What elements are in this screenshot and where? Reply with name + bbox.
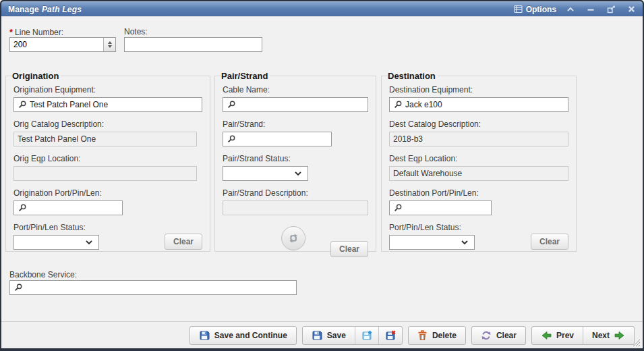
search-icon	[227, 134, 236, 144]
dest-catalog-input	[389, 132, 568, 146]
orig-location-input	[13, 166, 197, 181]
dest-location-input	[389, 166, 568, 181]
popout-icon	[607, 5, 616, 14]
orig-port-input[interactable]	[27, 202, 122, 214]
save-and-new-button[interactable]	[355, 327, 378, 344]
save-icon	[312, 330, 322, 341]
save-icon	[199, 330, 210, 341]
dest-port-field	[389, 200, 492, 215]
title-emphasis: Path Legs	[42, 5, 82, 14]
page-title: ManagePath Legs	[8, 5, 82, 14]
dest-port-input[interactable]	[403, 202, 491, 214]
orig-port-field	[13, 200, 123, 215]
pair-strand-legend: Pair/Strand	[221, 71, 270, 81]
title-bar[interactable]: ManagePath Legs Options	[1, 1, 643, 16]
dest-port-label: Destination Port/Pin/Len:	[389, 188, 568, 198]
search-icon	[18, 203, 27, 213]
options-icon	[514, 5, 523, 14]
popout-button[interactable]	[605, 4, 617, 15]
pair-clear-button[interactable]: Clear	[330, 241, 368, 257]
options-button[interactable]: Options	[514, 5, 556, 14]
orig-equipment-label: Origination Equipment:	[13, 85, 202, 94]
resize-grip[interactable]	[632, 338, 641, 347]
pair-strand-section: Pair/Strand Cable Name: Pair/Strand:	[214, 71, 376, 252]
save-and-close-button[interactable]	[378, 327, 402, 344]
minimize-button[interactable]	[585, 4, 597, 15]
swap-ends-button[interactable]	[281, 226, 305, 250]
origination-legend: Origination	[12, 71, 61, 81]
save-and-continue-label: Save and Continue	[214, 331, 287, 340]
chevron-down-icon	[461, 240, 469, 245]
manage-path-legs-window: ManagePath Legs Options	[0, 0, 644, 351]
next-label: Next	[592, 331, 610, 340]
search-icon	[393, 203, 403, 213]
backbone-service-input[interactable]	[23, 281, 296, 294]
required-marker: *	[9, 27, 13, 37]
dest-status-label: Port/Pin/Len Status:	[389, 223, 475, 232]
backbone-service-field	[9, 280, 297, 295]
cable-name-field	[223, 97, 368, 112]
prev-next-group: Prev Next	[531, 326, 635, 345]
title-prefix: Manage	[8, 5, 39, 14]
destination-section: Destination Destination Equipment: Dest …	[381, 71, 577, 252]
pair-status-label: Pair/Strand Status:	[223, 154, 368, 163]
dest-catalog-label: Dest Catalog Description:	[389, 119, 568, 129]
next-icon	[614, 331, 625, 340]
orig-catalog-input	[13, 132, 197, 146]
pair-strand-label: Pair/Strand:	[223, 119, 368, 129]
dest-equipment-label: Destination Equipment:	[389, 85, 568, 94]
minimize-icon	[587, 6, 595, 13]
origination-section: Origination Origination Equipment: Orig …	[5, 71, 210, 252]
save-close-icon	[385, 330, 396, 341]
close-button[interactable]	[625, 4, 637, 15]
collapse-button[interactable]	[564, 4, 577, 15]
chevron-down-icon	[294, 171, 302, 176]
prev-icon	[541, 331, 552, 340]
line-number-field	[9, 37, 116, 52]
notes-input[interactable]	[124, 37, 262, 52]
orig-location-label: Orig Eqp Location:	[13, 154, 202, 163]
spinner-up-icon	[108, 41, 112, 44]
orig-port-label: Origination Port/Pin/Len:	[13, 188, 202, 198]
search-icon	[393, 100, 403, 109]
dest-clear-button[interactable]: Clear	[531, 234, 568, 250]
orig-clear-button[interactable]: Clear	[165, 234, 202, 250]
orig-equipment-field	[13, 97, 202, 112]
search-icon	[227, 100, 236, 109]
cable-name-input[interactable]	[236, 99, 368, 111]
dest-status-select[interactable]	[389, 235, 475, 250]
delete-icon	[417, 330, 428, 341]
line-number-input[interactable]	[10, 38, 103, 51]
orig-catalog-label: Orig Catalog Description:	[13, 119, 202, 129]
delete-label: Delete	[432, 331, 457, 340]
line-number-label: *Line Number:	[9, 27, 63, 37]
save-button[interactable]: Save	[303, 327, 355, 344]
orig-status-select[interactable]	[13, 235, 99, 250]
backbone-service-label: Backbone Service:	[9, 270, 77, 279]
notes-label: Notes:	[124, 27, 148, 36]
form-body: *Line Number: Notes: Origination Origina…	[1, 16, 643, 321]
dest-equipment-input[interactable]	[403, 99, 568, 111]
destination-legend: Destination	[388, 71, 438, 81]
orig-equipment-input[interactable]	[27, 99, 202, 111]
toolbar-clear-label: Clear	[496, 331, 517, 340]
collapse-icon	[566, 6, 575, 13]
dest-location-label: Dest Eqp Location:	[389, 154, 568, 163]
save-and-continue-button[interactable]: Save and Continue	[189, 326, 297, 345]
swap-icon	[287, 233, 299, 244]
pair-description-label: Pair/Strand Description:	[223, 188, 368, 198]
line-number-spinner[interactable]	[103, 38, 115, 51]
pair-status-select[interactable]	[223, 166, 308, 181]
bottom-toolbar: Save and Continue Save	[1, 321, 643, 348]
spinner-down-icon	[108, 45, 112, 48]
prev-button[interactable]: Prev	[532, 327, 583, 344]
close-icon	[628, 5, 635, 13]
pair-strand-input[interactable]	[236, 133, 331, 145]
next-button[interactable]: Next	[583, 327, 634, 344]
search-icon	[13, 283, 23, 292]
clear-icon	[481, 330, 492, 341]
orig-status-label: Port/Pin/Len Status:	[13, 223, 99, 232]
delete-button[interactable]: Delete	[408, 326, 466, 345]
toolbar-clear-button[interactable]: Clear	[471, 326, 526, 345]
options-label: Options	[526, 5, 556, 14]
